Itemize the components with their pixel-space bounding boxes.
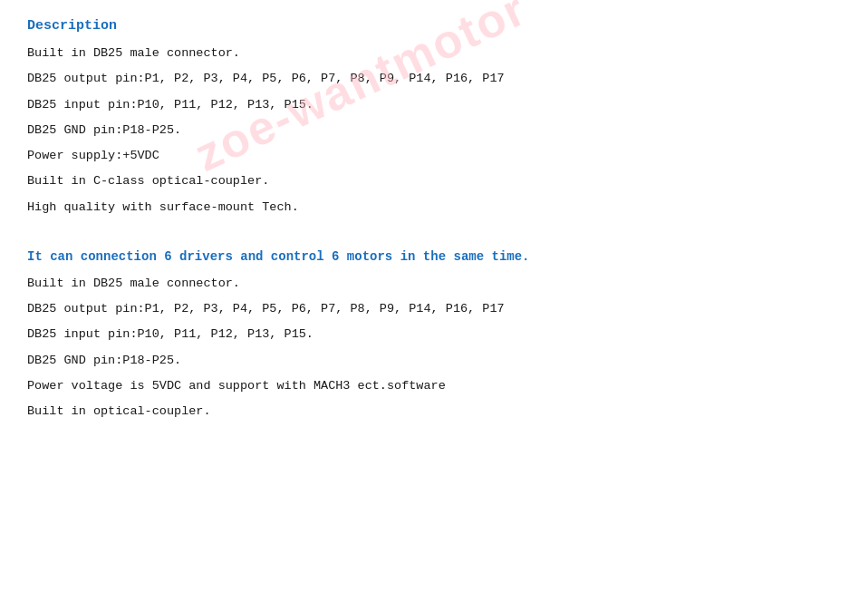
section2-line-3: DB25 GND pin:P18-P25. xyxy=(27,352,841,370)
section2-line-4: Power voltage is 5VDC and support with M… xyxy=(27,377,841,395)
section2-line-0: Built in DB25 male connector. xyxy=(27,275,841,293)
section2-line-1: DB25 output pin:P1, P2, P3, P4, P5, P6, … xyxy=(27,300,841,318)
section1-line-6: High quality with surface-mount Tech. xyxy=(27,199,841,217)
section1-line-2: DB25 input pin:P10, P11, P12, P13, P15. xyxy=(27,96,841,114)
section2-line-5: Built in optical-coupler. xyxy=(27,403,841,421)
section2-line-2: DB25 input pin:P10, P11, P12, P13, P15. xyxy=(27,325,841,344)
section1-title: Description xyxy=(27,18,841,34)
page-container: zoe-wantmotor Description Built in DB25 … xyxy=(0,0,868,446)
section1-line-0: Built in DB25 male connector. xyxy=(27,44,841,63)
section1-line-1: DB25 output pin:P1, P2, P3, P4, P5, P6, … xyxy=(27,70,841,88)
section1-line-4: Power supply:+5VDC xyxy=(27,147,841,165)
section1-line-5: Built in C-class optical-coupler. xyxy=(27,172,841,190)
highlight-text: It can connection 6 drivers and control … xyxy=(27,249,841,264)
section1-line-3: DB25 GND pin:P18-P25. xyxy=(27,121,841,140)
